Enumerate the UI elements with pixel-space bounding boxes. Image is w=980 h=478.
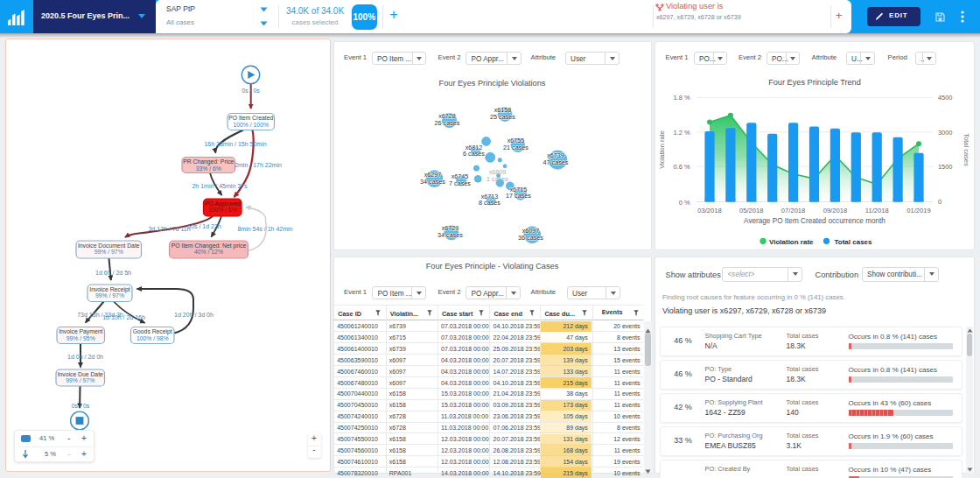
svg-text:09/2018: 09/2018 (823, 207, 847, 214)
svg-text:2min / 17h 22min: 2min / 17h 22min (234, 162, 282, 168)
svg-text:PO Item Created: PO Item Created (228, 115, 273, 121)
svg-text:6 cases: 6 cases (463, 150, 485, 158)
svg-text:99% / 95%: 99% / 95% (66, 335, 95, 341)
svg-text:36 cases: 36 cases (518, 234, 543, 242)
svg-text:Invoice Document Date: Invoice Document Date (78, 243, 140, 249)
svg-text:99% / 97%: 99% / 97% (94, 249, 123, 255)
svg-text:1.2 %: 1.2 % (674, 129, 690, 137)
svg-text:0: 0 (938, 198, 942, 206)
svg-text:05/2018: 05/2018 (739, 207, 763, 214)
svg-text:100% / 100%: 100% / 100% (234, 122, 269, 128)
svg-text:Total cases: Total cases (962, 133, 970, 166)
svg-text:0 %: 0 % (679, 199, 690, 207)
svg-text:Violation rate: Violation rate (769, 238, 814, 246)
svg-text:3d 12h / 7d 11h: 3d 12h / 7d 11h (148, 226, 190, 232)
svg-text:8 cases: 8 cases (479, 199, 500, 207)
svg-text:34 cases: 34 cases (420, 178, 445, 186)
svg-text:Total cases: Total cases (835, 238, 873, 246)
svg-text:7 cases: 7 cases (449, 179, 471, 187)
svg-text:1500: 1500 (938, 163, 952, 171)
svg-text:2h 1min / 45min 37s: 2h 1min / 45min 37s (192, 183, 248, 189)
svg-text:1d 6h / 2d 5h: 1d 6h / 2d 5h (95, 270, 131, 276)
svg-text:99% / 97%: 99% / 97% (95, 292, 124, 299)
svg-text:0.6 %: 0.6 % (674, 163, 690, 171)
svg-text:07/2018: 07/2018 (781, 207, 805, 214)
svg-text:4500: 4500 (938, 94, 952, 102)
svg-text:8min 54s / 1h 42min: 8min 54s / 1h 42min (237, 226, 292, 232)
svg-text:Violation rate: Violation rate (658, 130, 666, 169)
svg-text:17 cases: 17 cases (506, 192, 531, 200)
svg-text:1d 0h / 2d 0h: 1d 0h / 2d 0h (67, 354, 103, 360)
svg-text:03/2018: 03/2018 (697, 207, 721, 214)
svg-text:0s / 0s: 0s / 0s (242, 88, 260, 94)
svg-text:0s / 0s: 0s / 0s (72, 403, 90, 409)
svg-text:1 cases: 1 cases (486, 175, 508, 183)
svg-text:33% / 6%: 33% / 6% (196, 165, 221, 172)
svg-text:47 cases: 47 cases (543, 158, 569, 166)
svg-text:11/2018: 11/2018 (865, 207, 889, 214)
svg-text:40% / 12%: 40% / 12% (194, 249, 223, 255)
svg-text:50s / 1d 22h: 50s / 1d 22h (187, 223, 221, 229)
svg-text:Average PO Item Created occurr: Average PO Item Created occurrence month (744, 217, 886, 225)
svg-text:34 cases: 34 cases (438, 231, 463, 239)
svg-text:3000: 3000 (938, 129, 952, 137)
svg-text:16h 38min / 15h 50min: 16h 38min / 15h 50min (204, 141, 266, 147)
svg-text:1.8 %: 1.8 % (674, 94, 690, 102)
svg-text:21 cases: 21 cases (503, 144, 528, 151)
svg-text:100% / 6%: 100% / 6% (208, 207, 237, 213)
svg-text:26 cases: 26 cases (435, 119, 460, 127)
svg-text:99% / 97%: 99% / 97% (66, 377, 94, 383)
svg-text:01/2019: 01/2019 (906, 207, 930, 214)
svg-text:Invoice Due Date: Invoice Due Date (58, 371, 103, 377)
svg-text:1d 20h / 3d 0h: 1d 20h / 3d 0h (174, 312, 214, 318)
svg-text:25 cases: 25 cases (490, 113, 515, 121)
svg-text:100% / 98%: 100% / 98% (136, 335, 169, 341)
svg-text:1d 10h / 2d 16h: 1d 10h / 2d 16h (102, 314, 145, 320)
